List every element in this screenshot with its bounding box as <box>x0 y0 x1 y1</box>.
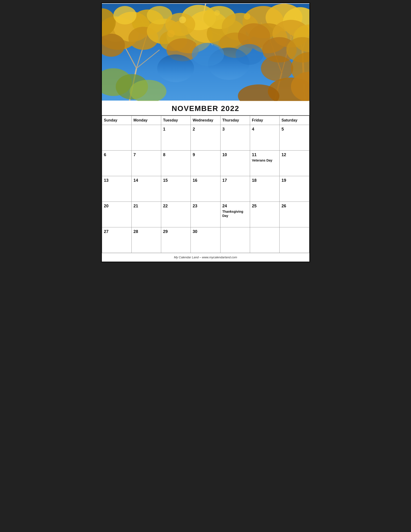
day-number: 10 <box>222 152 248 157</box>
calendar-page: NOVEMBER 2022 Sunday Monday Tuesday Wedn… <box>101 2 310 263</box>
calendar-cell: 6 <box>102 151 131 176</box>
calendar-cell: 5 <box>280 125 309 151</box>
calendar-cell: 27 <box>102 227 131 253</box>
svg-point-66 <box>235 44 263 65</box>
svg-point-58 <box>179 16 186 23</box>
day-number: 30 <box>193 229 218 234</box>
day-number: 28 <box>133 229 159 234</box>
header-saturday: Saturday <box>280 116 309 125</box>
svg-point-59 <box>214 10 220 16</box>
calendar-cell: 26 <box>280 202 309 227</box>
header-monday: Monday <box>131 116 161 125</box>
header-photo <box>102 3 309 101</box>
calendar-cell: 15 <box>161 176 191 202</box>
day-number: 14 <box>133 178 159 183</box>
calendar-cell: 25 <box>250 202 279 227</box>
calendar-week-row-0: 12345 <box>102 125 309 151</box>
svg-point-62 <box>167 30 175 38</box>
calendar-cell: 30 <box>191 227 220 253</box>
day-number: 23 <box>193 204 218 209</box>
calendar-cell: 11Veterans Day <box>250 151 279 176</box>
calendar-week-row-1: 67891011Veterans Day12 <box>102 151 309 176</box>
day-number: 8 <box>163 152 189 157</box>
calendar-cell: 12 <box>280 151 309 176</box>
calendar-cell <box>131 125 161 151</box>
calendar-cell: 10 <box>220 151 250 176</box>
calendar-cell: 16 <box>191 176 220 202</box>
day-number: 2 <box>193 127 218 132</box>
holiday-label: Thanksgiving Day <box>222 209 248 218</box>
calendar-cell: 23 <box>191 202 220 227</box>
calendar-cell: 17 <box>220 176 250 202</box>
day-number: 18 <box>252 178 278 183</box>
calendar-cell <box>102 125 131 151</box>
header-tuesday: Tuesday <box>161 116 191 125</box>
calendar-cell: 7 <box>131 151 161 176</box>
calendar-cell: 22 <box>161 202 191 227</box>
day-number: 6 <box>104 152 130 157</box>
day-number: 21 <box>133 204 159 209</box>
day-number: 5 <box>281 127 307 132</box>
day-number: 4 <box>252 127 278 132</box>
day-number: 22 <box>163 204 189 209</box>
month-title: NOVEMBER 2022 <box>172 104 239 113</box>
day-number: 13 <box>104 178 130 183</box>
day-number: 17 <box>222 178 248 183</box>
header-thursday: Thursday <box>220 116 250 125</box>
day-number: 7 <box>133 152 159 157</box>
svg-point-54 <box>261 56 293 81</box>
day-number: 1 <box>163 127 189 132</box>
calendar-week-row-4: 27282930 <box>102 227 309 253</box>
svg-point-30 <box>113 6 136 24</box>
day-number: 24 <box>222 204 248 209</box>
calendar-cell <box>220 227 250 253</box>
calendar-cell: 2 <box>191 125 220 151</box>
day-number: 27 <box>104 229 130 234</box>
calendar-cell <box>250 227 279 253</box>
calendar-cell: 19 <box>280 176 309 202</box>
calendar-week-row-2: 13141516171819 <box>102 176 309 202</box>
day-number: 19 <box>281 178 307 183</box>
calendar-cell: 9 <box>191 151 220 176</box>
calendar-cell: 20 <box>102 202 131 227</box>
day-number: 15 <box>163 178 189 183</box>
svg-point-63 <box>157 55 194 82</box>
calendar-cell: 28 <box>131 227 161 253</box>
calendar-cell: 4 <box>250 125 279 151</box>
day-number: 25 <box>252 204 278 209</box>
day-number: 26 <box>281 204 307 209</box>
day-number: 20 <box>104 204 130 209</box>
day-number: 3 <box>222 127 248 132</box>
calendar-cell: 8 <box>161 151 191 176</box>
day-number: 9 <box>193 152 218 157</box>
calendar-cell: 29 <box>161 227 191 253</box>
header-sunday: Sunday <box>102 116 131 125</box>
holiday-label: Veterans Day <box>252 158 278 162</box>
calendar-cell: 24Thanksgiving Day <box>220 202 250 227</box>
calendar-cell: 18 <box>250 176 279 202</box>
month-title-section: NOVEMBER 2022 <box>102 101 309 116</box>
day-number: 12 <box>281 152 307 157</box>
day-number: 29 <box>163 229 189 234</box>
calendar-cell: 3 <box>220 125 250 151</box>
calendar-cell: 1 <box>161 125 191 151</box>
day-number: 16 <box>193 178 218 183</box>
header-friday: Friday <box>250 116 279 125</box>
svg-point-60 <box>244 13 250 20</box>
calendar-week-row-3: 2021222324Thanksgiving Day2526 <box>102 202 309 227</box>
calendar-grid: Sunday Monday Tuesday Wednesday Thursday… <box>102 116 309 253</box>
svg-point-65 <box>192 43 224 66</box>
calendar-cell: 14 <box>131 176 161 202</box>
calendar-cell <box>280 227 309 253</box>
calendar-cell: 21 <box>131 202 161 227</box>
header-wednesday: Wednesday <box>191 116 220 125</box>
day-number: 11 <box>252 152 278 157</box>
calendar-cell: 13 <box>102 176 131 202</box>
weekday-header-row: Sunday Monday Tuesday Wednesday Thursday… <box>102 116 309 125</box>
footer-text: My Calendar Land – www.mycalendarland.co… <box>174 256 237 259</box>
